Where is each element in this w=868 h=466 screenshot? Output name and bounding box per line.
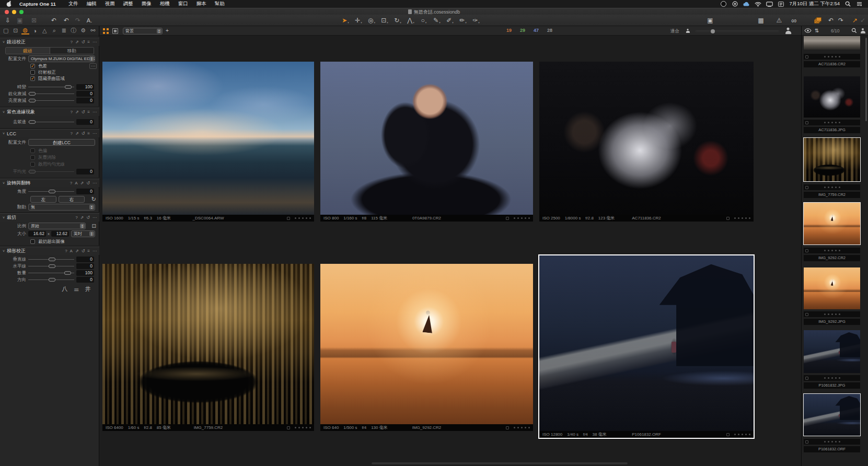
focus-mask-icon[interactable]: ▦ (756, 16, 766, 25)
thumbnail-zoom-slider[interactable] (696, 30, 779, 32)
undo-alt-button[interactable]: ↶ (61, 16, 72, 25)
filmstrip-thumb-2[interactable] (804, 76, 860, 118)
loupe-tool[interactable]: ◎▾ (367, 16, 376, 25)
status-swirl-icon[interactable] (732, 1, 738, 7)
keystone-vertical-icon[interactable]: 八 (62, 286, 74, 292)
crop-ratio-dropdown[interactable]: 原始 (28, 223, 86, 229)
help-icon[interactable]: ? (75, 215, 77, 220)
auto-icon[interactable]: A (70, 249, 73, 253)
brush-tool[interactable]: ✏▾ (458, 16, 468, 25)
filmstrip-thumb-3-selected[interactable] (804, 138, 860, 181)
flip-dropdown[interactable]: 無 (28, 204, 95, 211)
help-icon[interactable]: ? (70, 110, 72, 114)
redo-button[interactable]: ↷ (73, 16, 83, 25)
tab-settings-icon[interactable]: ⚙ (79, 27, 87, 34)
tab-exposure-icon[interactable]: △ (41, 27, 49, 34)
chromatic-aberration-checkbox[interactable] (30, 64, 35, 68)
copy-icon[interactable]: ⇗ (75, 131, 79, 136)
more-icon[interactable]: ⋯ (92, 181, 97, 185)
image-browser-grid[interactable]: ISO 1600 1/15 s f/6.3 16 毫米 _DSC0064.ARW… (100, 36, 801, 466)
keystone-vertical-slider[interactable] (28, 256, 74, 263)
rotate-left-icon[interactable]: ↶ (826, 16, 836, 25)
thumb-rating-dots[interactable] (824, 250, 826, 251)
more-icon[interactable]: ⋯ (92, 40, 97, 44)
exposure-warning-icon[interactable]: ⚠ (774, 16, 784, 25)
photo-cell-3[interactable]: ISO 2500 1/8000 s f/2.8 123 毫米 AC711836.… (539, 62, 754, 222)
menu-item-file[interactable]: 文件 (68, 1, 78, 7)
crop-height-field[interactable]: 12.62 (51, 231, 69, 237)
eye-filter-icon[interactable] (804, 28, 812, 33)
thumb-rating-dots[interactable] (824, 313, 826, 315)
grid-view-icon[interactable] (103, 28, 109, 34)
create-lcc-button[interactable]: 創建LCC (28, 139, 95, 146)
filmstrip-thumb-7-selected[interactable] (804, 394, 860, 436)
filmstrip-thumb-6[interactable] (804, 330, 860, 373)
menu-item-camera[interactable]: 相機 (160, 1, 170, 7)
rating-dots[interactable] (734, 217, 736, 219)
thumb-rating-dots[interactable] (824, 187, 826, 188)
reset-icon[interactable]: ↺ (82, 131, 85, 136)
app-menu-title[interactable]: Capture One 11 (19, 1, 56, 7)
crop-tool[interactable]: ⊡▾ (380, 16, 389, 25)
spotlight-icon[interactable] (844, 1, 851, 7)
angle-slider[interactable] (28, 188, 74, 195)
copy-icon[interactable]: ⇗ (75, 249, 79, 253)
erase-mask-tool[interactable]: ✑▾ (471, 16, 481, 25)
distortion-value[interactable]: 100 (76, 84, 94, 90)
thumb-rating-dots[interactable] (824, 441, 826, 442)
wifi-icon[interactable] (755, 1, 761, 7)
panel-header-rotation[interactable]: ˅ 旋轉與翻轉 ? A ⇗ ↺ ⋯ (0, 179, 99, 187)
keystone-both-icon[interactable]: 井 (85, 286, 97, 292)
pick-color-tool[interactable]: ✐▾ (445, 16, 455, 25)
rating-dots[interactable] (295, 217, 296, 219)
angle-value[interactable]: 0 (76, 189, 94, 194)
keystone-aspect-slider[interactable] (28, 276, 74, 283)
collection-dropdown[interactable]: 背景 (123, 28, 163, 34)
panel-header-keystone[interactable]: ˅ 梯形校正 ? A ⇗ ↺ ≡ ⋯ (0, 247, 99, 255)
reset-icon[interactable]: ↺ (82, 40, 85, 44)
photo-portrait[interactable] (320, 62, 533, 215)
proof-margin-icon[interactable]: ▣ (705, 16, 715, 25)
thumb-rating-dots[interactable] (824, 122, 826, 123)
menu-item-help[interactable]: 幫助 (215, 1, 225, 7)
sharpness-falloff-value[interactable]: 0 (76, 91, 94, 97)
switch-list-icon[interactable] (778, 1, 784, 7)
thumb-rating-dots[interactable] (824, 56, 826, 57)
caption-checkbox[interactable] (287, 217, 290, 220)
thumb-checkbox[interactable] (805, 186, 808, 189)
rotate-left-button[interactable]: 左 (30, 196, 56, 203)
crop-unit-dropdown[interactable]: 英吋 (71, 230, 95, 237)
menu-item-window[interactable]: 窗口 (178, 1, 188, 7)
help-icon[interactable]: ? (70, 40, 72, 44)
tab-info-icon[interactable]: ⓘ (70, 27, 78, 34)
user-icon[interactable] (860, 28, 865, 33)
keystone-horizontal-slider[interactable] (28, 263, 74, 270)
display-icon[interactable] (766, 1, 773, 7)
hide-distorted-checkbox[interactable] (30, 76, 35, 81)
reset-icon[interactable]: ↺ (86, 181, 90, 185)
rating-dots[interactable] (514, 427, 515, 428)
more-icon[interactable]: ⋯ (92, 131, 97, 136)
presets-icon[interactable]: ≡ (87, 40, 90, 44)
menu-item-scripts[interactable]: 腳本 (196, 1, 206, 7)
rotate-tool[interactable]: ↻▾ (393, 16, 402, 25)
tab-lens-icon[interactable]: ◍ (21, 27, 29, 34)
reset-icon[interactable]: ↺ (86, 215, 90, 220)
tab-capture-icon[interactable]: ⊡ (12, 27, 20, 34)
collapse-chevron-icon[interactable]: ˅ (3, 40, 5, 44)
status-badge-icon[interactable] (720, 1, 727, 7)
tab-library-icon[interactable]: ▢ (2, 27, 10, 34)
cloud-icon[interactable] (743, 1, 750, 7)
photo-cell-1[interactable]: ISO 1600 1/15 s f/6.3 16 毫米 _DSC0064.ARW (102, 62, 314, 222)
diffraction-checkbox[interactable] (30, 70, 35, 75)
panel-header-crop[interactable]: ˅ 裁切 ? ⇗ ↺ ⋯ (0, 213, 99, 222)
rating-dots[interactable] (734, 434, 736, 435)
sort-icon[interactable]: ⇅ (815, 28, 819, 33)
panel-header-lcc[interactable]: ˅ LCC ? ⇗ ↺ ≡ ⋯ (0, 129, 99, 137)
thumb-checkbox[interactable] (805, 121, 808, 124)
reset-icon[interactable]: ↺ (82, 249, 85, 253)
presets-icon[interactable]: ≡ (87, 131, 90, 136)
spot-tool[interactable]: ○▾ (419, 16, 429, 25)
rotate-right-icon[interactable]: ↷ (836, 16, 846, 25)
styles-button[interactable]: A. (84, 16, 95, 25)
